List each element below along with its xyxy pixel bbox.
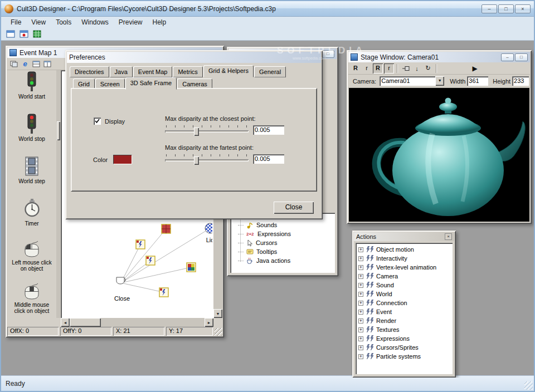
tool-left-mouse-click[interactable]: Left mouse click on object [7, 239, 56, 282]
minimize-button[interactable]: – [481, 4, 497, 13]
render-mode-button[interactable]: r [362, 63, 372, 74]
drop-to-floor-button[interactable]: ↓ [412, 63, 422, 74]
expand-icon[interactable]: + [358, 345, 363, 350]
scroll-left-arrow[interactable]: ◄ [61, 318, 70, 327]
expand-icon[interactable]: + [358, 292, 363, 297]
preferences-titlebar[interactable]: Preferences [67, 52, 321, 63]
camera-select[interactable]: Camera01 ▼ [380, 76, 444, 86]
action-item[interactable]: +Expressions [356, 334, 453, 343]
node-action-bolt[interactable] [159, 288, 168, 297]
resource-item[interactable]: 2+2 Expressions [238, 229, 291, 238]
tool-world-start[interactable]: World start [7, 70, 56, 112]
slider-track[interactable] [165, 130, 249, 133]
tab-general[interactable]: General [254, 66, 286, 77]
stage-3d-viewport[interactable] [349, 88, 529, 222]
closest-disparity-slider[interactable] [165, 125, 249, 136]
resource-item[interactable]: Cursors [238, 238, 278, 247]
action-item[interactable]: +Render [356, 316, 453, 325]
menu-view[interactable]: View [26, 17, 51, 27]
action-item[interactable]: +Particle systems [356, 352, 453, 361]
slider-thumb[interactable] [194, 128, 199, 136]
expand-icon[interactable]: + [358, 283, 363, 288]
expand-icon[interactable]: + [358, 247, 363, 252]
slider-track[interactable] [165, 159, 249, 161]
expand-icon[interactable]: + [358, 301, 363, 306]
expand-icon[interactable]: + [358, 256, 363, 261]
action-item[interactable]: +Event [356, 307, 453, 316]
scroll-right-arrow[interactable]: ► [205, 318, 213, 327]
close-dialog-button[interactable]: Close [274, 202, 314, 214]
resource-item[interactable]: Sounds [238, 220, 277, 229]
expand-icon[interactable]: + [358, 318, 363, 324]
menu-tools[interactable]: Tools [51, 17, 76, 27]
color-swatch[interactable] [113, 155, 132, 164]
subtab-3d-safe-frame[interactable]: 3D Safe Frame [125, 77, 177, 90]
maximize-button[interactable]: □ [322, 50, 334, 58]
resize-grip[interactable] [524, 381, 533, 390]
menu-file[interactable]: File [6, 17, 26, 27]
split-view-button[interactable] [9, 59, 19, 69]
tool-timer[interactable]: Timer [7, 197, 56, 239]
pin-view-button[interactable] [401, 63, 411, 74]
expand-icon[interactable]: + [358, 354, 363, 359]
expand-icon[interactable]: + [358, 265, 363, 270]
stage-titlebar[interactable]: Stage Window: Camera01 – □ [348, 52, 530, 62]
close-button[interactable]: × [515, 4, 531, 13]
new-window-button[interactable] [4, 28, 16, 40]
tab-java[interactable]: Java [110, 66, 133, 77]
action-item[interactable]: +Object motion [356, 245, 453, 254]
resource-tree[interactable]: Sounds 2+2 Expressions Cursors Tooltips [230, 213, 335, 273]
actions-tree[interactable]: +Object motion +Interactivity +Vertex-le… [356, 243, 453, 374]
tab-metrics[interactable]: Metrics [173, 66, 202, 77]
table-view-button[interactable] [31, 28, 43, 40]
resource-item[interactable]: Java actions [238, 256, 290, 265]
actions-titlebar[interactable]: Actions × [354, 232, 454, 241]
action-item[interactable]: +Connection [356, 298, 453, 307]
menu-help[interactable]: Help [148, 17, 172, 27]
app-titlebar[interactable]: Cult3D Designer - C:\Program Files\Cycor… [1, 1, 534, 17]
action-item[interactable]: +Vertex-level animation [356, 263, 453, 272]
fartest-disparity-field[interactable]: 0.005 [253, 154, 284, 164]
close-icon[interactable]: × [445, 233, 452, 240]
action-item[interactable]: +Cursors/Sprites [356, 343, 453, 352]
action-item[interactable]: +Camera [356, 272, 453, 281]
tab-event-map[interactable]: Event Map [133, 66, 173, 77]
render-mode-button[interactable]: R [373, 63, 383, 74]
horizontal-scrollbar[interactable]: ◄ ► [61, 318, 213, 327]
node-action-multi[interactable] [187, 263, 196, 272]
maximize-button[interactable]: □ [498, 4, 514, 13]
palette-scrollbar[interactable] [56, 70, 61, 318]
tool-world-step[interactable]: World step [7, 155, 56, 197]
tab-directories[interactable]: Directories [70, 66, 109, 77]
play-button[interactable]: ▶ [470, 63, 480, 74]
browser-preview-button[interactable]: e [20, 59, 30, 69]
preview-window-button[interactable] [18, 28, 30, 40]
node-action-bolt[interactable] [136, 240, 145, 249]
palette-scroll-thumb[interactable] [57, 121, 60, 140]
width-field[interactable]: 361 [467, 76, 488, 86]
expand-icon[interactable]: + [358, 336, 363, 341]
resource-item[interactable]: Tooltips [238, 247, 277, 256]
slider-thumb[interactable] [194, 156, 199, 165]
tool-middle-mouse-click[interactable]: Middle mouse click on object [7, 282, 56, 318]
action-item[interactable]: +World [356, 290, 453, 298]
action-item[interactable]: +Textures [356, 325, 453, 334]
render-mode-button[interactable]: r [384, 63, 394, 74]
action-item[interactable]: +Sound [356, 281, 453, 290]
node-action-bolt[interactable] [146, 256, 155, 265]
action-item[interactable]: +Interactivity [356, 254, 453, 263]
minimize-button[interactable]: – [501, 53, 514, 61]
menu-windows[interactable]: Windows [76, 17, 114, 27]
render-mode-button[interactable]: R [351, 63, 361, 74]
expand-icon[interactable]: + [358, 310, 363, 315]
display-checkbox[interactable] [94, 117, 101, 125]
node-action-red[interactable] [162, 224, 171, 233]
node-lid-object[interactable] [205, 223, 212, 233]
chevron-down-icon[interactable]: ▼ [435, 76, 444, 86]
resize-grip[interactable] [215, 328, 222, 336]
height-field[interactable]: 233 [512, 76, 529, 86]
orbit-camera-button[interactable]: ↻ [423, 63, 433, 74]
scroll-down-arrow[interactable]: ▼ [213, 309, 222, 318]
tile-horizontal-button[interactable] [31, 59, 41, 69]
tile-vertical-button[interactable] [42, 59, 52, 69]
